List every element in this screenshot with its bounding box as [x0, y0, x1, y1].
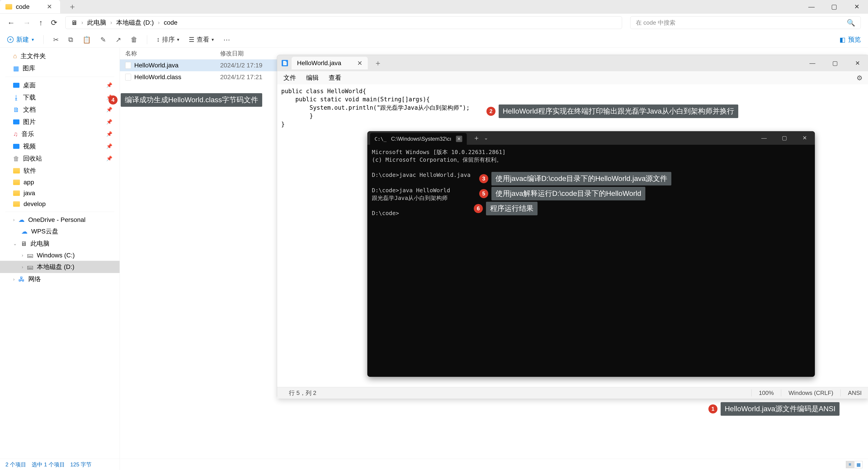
cloud-icon: ☁	[18, 216, 25, 224]
back-button[interactable]: ←	[7, 18, 15, 27]
details-view-button[interactable]: ≡	[846, 461, 854, 468]
terminal-tab[interactable]: C:\_ C:\Windows\System32\cı ✕	[370, 133, 467, 145]
sidebar-item-thispc[interactable]: ⌄🖥此电脑	[0, 237, 120, 250]
sidebar-item-java[interactable]: java	[0, 188, 120, 199]
gear-icon[interactable]: ⚙	[857, 74, 863, 82]
delete-icon[interactable]: 🗑	[131, 36, 137, 43]
terminal-new-tab[interactable]: ＋	[473, 134, 480, 143]
pin-icon: 📌	[106, 107, 112, 113]
notepad-window-controls: — ▢ ✕	[801, 55, 868, 71]
notepad-new-tab[interactable]: ＋	[374, 58, 382, 68]
more-button[interactable]: ⋯	[223, 36, 230, 43]
sidebar-item-desktop[interactable]: 桌面📌	[0, 79, 120, 91]
refresh-button[interactable]: ⟳	[51, 18, 57, 27]
sort-icon: ↕	[157, 36, 160, 43]
callout-text: 程序运行结果	[486, 202, 537, 215]
sidebar-label: 音乐	[22, 130, 34, 139]
file-name: HelloWorld.class	[134, 74, 181, 81]
breadcrumb-item[interactable]: 此电脑	[87, 18, 106, 27]
forward-button[interactable]: →	[23, 18, 31, 27]
close-button[interactable]: ✕	[845, 0, 868, 13]
sidebar-separator	[5, 77, 114, 77]
notepad-tab[interactable]: HelloWorld.java ✕	[291, 57, 368, 69]
sidebar-item-app[interactable]: app	[0, 177, 120, 188]
sidebar-item-cdrive[interactable]: ›🖴Windows (C:)	[0, 250, 120, 261]
sidebar-item-onedrive[interactable]: ›☁OneDrive - Personal	[0, 214, 120, 225]
tab-close-icon[interactable]: ✕	[47, 3, 52, 10]
explorer-sidebar: ⌂主文件夹 ▦图库 桌面📌 ⭳下载📌 🗎文档📌 图片📌 ♫音乐📌 视频📌 🗑回收…	[0, 48, 120, 470]
sort-button[interactable]: ↕ 排序 ▾	[157, 35, 179, 44]
new-button[interactable]: + 新建 ▾	[7, 35, 34, 44]
notepad-titlebar: 📄 HelloWorld.java ✕ ＋ — ▢ ✕	[277, 55, 868, 71]
chevron-down-icon: ⌄	[13, 241, 17, 246]
menu-file[interactable]: 文件	[283, 74, 296, 82]
share-icon[interactable]: ↗	[116, 36, 121, 43]
sidebar-item-gallery[interactable]: ▦图库	[0, 62, 120, 75]
sidebar-item-documents[interactable]: 🗎文档📌	[0, 104, 120, 116]
preview-label: 预览	[848, 35, 861, 44]
sidebar-item-music[interactable]: ♫音乐📌	[0, 128, 120, 140]
minimize-button[interactable]: —	[754, 131, 774, 145]
chevron-right-icon: ›	[22, 253, 23, 258]
callout-4: 4 编译成功生成HelloWorld.class字节码文件	[108, 93, 262, 107]
maximize-button[interactable]: ▢	[774, 131, 795, 145]
tab-close-icon[interactable]: ✕	[357, 59, 362, 67]
sidebar-item-home[interactable]: ⌂主文件夹	[0, 50, 120, 62]
maximize-button[interactable]: ▢	[824, 55, 846, 71]
sidebar-item-recycle[interactable]: 🗑回收站📌	[0, 152, 120, 165]
sidebar-item-videos[interactable]: 视频📌	[0, 140, 120, 152]
pc-icon: 🖥	[71, 19, 77, 26]
close-button[interactable]: ✕	[795, 131, 815, 145]
paste-icon[interactable]: 📋	[83, 36, 91, 43]
line-ending: Windows (CRLF)	[781, 389, 840, 396]
icons-view-button[interactable]: ▦	[855, 461, 863, 468]
explorer-tab[interactable]: code ✕	[0, 0, 60, 13]
sidebar-label: Windows (C:)	[37, 252, 75, 259]
sidebar-item-wps[interactable]: ☁WPS云盘	[0, 225, 120, 237]
trash-icon: 🗑	[13, 155, 20, 163]
cut-icon[interactable]: ✂	[53, 36, 59, 43]
menu-view[interactable]: 查看	[329, 74, 341, 82]
notepad-status-bar: 行 5，列 2 100% Windows (CRLF) ANSI	[277, 387, 868, 399]
search-input[interactable]: 在 code 中搜索 🔍	[630, 16, 861, 29]
chevron-right-icon: ›	[81, 20, 83, 26]
maximize-button[interactable]: ▢	[823, 0, 845, 13]
gallery-icon: ▦	[13, 65, 19, 72]
sidebar-item-soft[interactable]: 软件	[0, 165, 120, 177]
pin-icon: 📌	[106, 131, 112, 137]
minimize-button[interactable]: —	[801, 55, 824, 71]
callout-number: 6	[474, 204, 483, 213]
breadcrumb[interactable]: 🖥 › 此电脑 › 本地磁盘 (D:) › code	[65, 16, 622, 29]
notepad-icon: 📄	[282, 60, 288, 66]
minimize-button[interactable]: —	[800, 0, 823, 13]
sidebar-label: OneDrive - Personal	[28, 216, 86, 224]
chevron-down-icon[interactable]: ⌄	[484, 135, 488, 141]
sidebar-label: 桌面	[23, 81, 36, 90]
chevron-down-icon: ▾	[177, 37, 179, 42]
sidebar-item-pictures[interactable]: 图片📌	[0, 116, 120, 128]
sidebar-item-develop[interactable]: develop	[0, 199, 120, 209]
copy-icon[interactable]: ⧉	[68, 36, 73, 43]
view-button[interactable]: ☰ 查看 ▾	[189, 35, 214, 44]
file-icon	[125, 74, 131, 81]
view-icon: ☰	[189, 36, 194, 43]
column-date[interactable]: 修改日期	[220, 50, 244, 57]
sidebar-label: 回收站	[23, 154, 42, 163]
menu-edit[interactable]: 编辑	[306, 74, 319, 82]
sidebar-item-network[interactable]: ›🖧网络	[0, 273, 120, 285]
close-button[interactable]: ✕	[846, 55, 868, 71]
explorer-new-tab[interactable]: ＋	[68, 1, 76, 12]
tab-close-icon[interactable]: ✕	[456, 136, 462, 142]
zoom-level[interactable]: 100%	[751, 389, 781, 396]
preview-toggle[interactable]: ◧ 预览	[839, 35, 861, 44]
sidebar-item-downloads[interactable]: ⭳下载📌	[0, 91, 120, 104]
breadcrumb-item[interactable]: 本地磁盘 (D:)	[116, 18, 154, 27]
sidebar-item-ddrive[interactable]: ›🖴本地磁盘 (D:)	[0, 261, 120, 273]
document-icon: 🗎	[13, 106, 20, 114]
rename-icon[interactable]: ✎	[100, 36, 106, 43]
breadcrumb-item[interactable]: code	[164, 19, 178, 26]
up-button[interactable]: ↑	[39, 18, 43, 27]
preview-icon: ◧	[839, 36, 845, 43]
column-name[interactable]: 名称	[125, 50, 220, 57]
notepad-tab-label: HelloWorld.java	[297, 59, 341, 67]
